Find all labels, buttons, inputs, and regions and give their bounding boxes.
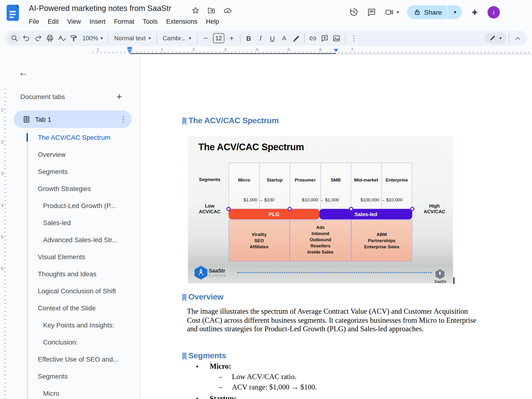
more-tools-button[interactable]: ⋮ [348,32,360,44]
tab-1-item[interactable]: Tab 1 ⋮ [14,111,132,128]
text-cursor [453,277,454,284]
menu-help[interactable]: Help [202,16,223,27]
link-icon [309,34,317,42]
toolbar-divider [240,33,241,43]
outline-item[interactable]: Overview [30,146,137,163]
outline-item[interactable]: Growth Strategies [30,180,137,197]
account-avatar[interactable]: i [488,6,500,18]
acv-transition: $1,000 → $100 [228,197,290,202]
increase-font-button[interactable]: + [226,32,238,44]
sub-bullet[interactable]: ACV range: $1,000 → $100. [232,383,317,392]
outline-item[interactable]: Product-Led Growth (P... [30,197,137,214]
toolbar-divider [345,33,346,43]
outline-item[interactable]: Segments [30,163,137,180]
outline-item[interactable]: Context of the Slide [30,300,137,317]
search-menus-button[interactable] [8,32,20,44]
outline-item[interactable]: Thoughts and Ideas [30,265,137,282]
v-ruler-number: 5 [1,234,4,240]
add-tab-button[interactable]: + [113,90,126,103]
decrease-font-button[interactable]: − [200,32,212,44]
outline-active-indicator [26,133,28,142]
gemini-sparkle-icon[interactable] [470,7,480,17]
doc-heading-overview[interactable]: Overview [188,292,223,302]
spellcheck-button[interactable] [56,32,68,44]
move-folder-icon[interactable] [207,6,216,15]
paint-format-button[interactable] [68,32,80,44]
share-button[interactable]: Share [407,5,448,19]
google-docs-window: AI-Powered marketing notes from SaaStr F… [0,0,532,399]
left-indent-marker[interactable] [127,50,132,53]
outline-item[interactable]: Sales-led [30,214,137,231]
saastr-region-text: EUROPA [209,273,227,278]
menu-insert[interactable]: Insert [85,16,110,27]
menu-extensions[interactable]: Extensions [162,16,202,27]
hide-menus-button[interactable] [512,32,524,44]
docs-logo-icon[interactable] [7,5,19,21]
tab-label: Tab 1 [35,115,115,123]
menu-edit[interactable]: Edit [44,16,63,27]
bullet-term-micro[interactable]: Micro: [210,362,231,371]
doc-heading-acv-cac[interactable]: The ACV/CAC Spectrum [188,116,279,126]
plg-strategies-box: Virality SEO Affiliates [229,220,290,262]
add-comment-button[interactable] [319,32,331,44]
embedded-image-acv-cac-spectrum[interactable]: The ACV/CAC Spectrum Micro Startup Prosu… [188,136,453,283]
outline-item[interactable]: Advanced Sales-led Str... [30,231,137,248]
highlight-color-button[interactable] [290,32,302,44]
outline-item[interactable]: Effective Use of SEO and... [30,351,137,368]
v-ruler-number: 1 [1,107,4,112]
menu-view[interactable]: View [63,16,85,27]
outline-item[interactable]: Logical Conclusion of Shift [30,282,137,300]
text-color-button[interactable]: A [278,32,290,44]
undo-button[interactable] [20,32,32,44]
zoom-select[interactable]: 100% ▾ [80,35,106,42]
outline-item[interactable]: Micro [30,385,137,399]
underline-button[interactable]: U [266,32,278,44]
right-indent-marker[interactable] [333,49,338,52]
v-ruler-number: 3 [1,171,4,176]
share-dropdown-button[interactable]: ▾ [448,5,462,19]
overview-paragraph[interactable]: The image illustrates the spectrum of Av… [187,307,480,334]
document-title[interactable]: AI-Powered marketing notes from SaaStr [29,4,171,13]
v-ruler-number: 6 [1,266,4,271]
star-icon[interactable] [191,6,200,15]
insert-image-button[interactable] [331,32,343,44]
video-call-button[interactable]: ▾ [384,7,399,17]
version-history-icon[interactable] [349,7,359,17]
font-family-select[interactable]: Cambr... ▾ [159,35,195,42]
saastr-watermark-icon [436,269,444,279]
print-button[interactable] [44,32,56,44]
bullet-marker: • [196,362,199,371]
italic-button[interactable]: I [255,32,266,44]
outline-item[interactable]: Segments [30,368,137,385]
redo-button[interactable] [32,32,44,44]
sub-bullet[interactable]: Low ACV/CAC ratio. [232,373,297,381]
vertical-ruler [4,88,6,399]
cloud-saved-icon[interactable] [223,6,232,15]
comments-icon[interactable] [367,7,376,17]
outline-rail [27,130,28,399]
paragraph-style-select[interactable]: Normal text ▾ [111,35,154,42]
search-icon [10,34,19,42]
close-tabs-panel-button[interactable]: ← [15,65,31,81]
outline-item[interactable]: Visual Elements [30,248,137,265]
bullet-term-startup[interactable]: Startup: [210,394,236,399]
font-size-input[interactable]: 12 [213,33,224,43]
comment-add-icon [321,34,329,42]
back-arrow-icon: ← [18,67,28,78]
outline-item[interactable]: Key Points and Insights: [30,317,137,334]
doc-heading-segments[interactable]: Segments [188,351,226,361]
insert-link-button[interactable] [307,32,319,44]
toolbar-divider [108,33,109,43]
plus-icon: + [229,34,234,42]
chevron-up-icon [514,34,521,42]
bold-button[interactable]: B [243,32,255,44]
menu-file[interactable]: File [25,16,44,27]
menu-format[interactable]: Format [110,16,139,27]
outline-item[interactable]: Conclusion: [30,334,137,351]
first-line-indent-marker[interactable] [127,47,132,49]
editing-mode-button[interactable]: ▾ [484,33,507,44]
outline-item[interactable]: The ACV/CAC Spectrum [30,129,137,146]
dash-marker: – [219,383,222,392]
menu-tools[interactable]: Tools [139,16,162,27]
tab-options-kebab-icon[interactable]: ⋮ [120,115,127,124]
